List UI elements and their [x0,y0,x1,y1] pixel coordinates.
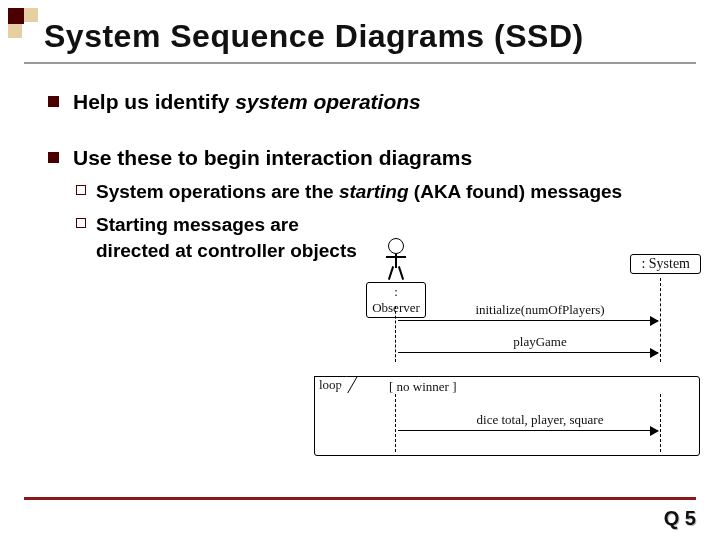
sequence-diagram: : Observer : System initialize(numOfPlay… [310,234,705,489]
lifeline-system [660,278,661,362]
arrow-icon [398,430,658,431]
bullet-1-emph: system operations [235,90,421,113]
loop-guard: [ no winner ] [389,379,457,395]
message-2: playGame [460,334,620,350]
actor-figure: : Observer [366,238,426,318]
footer-page-ref: Q 5 [664,507,696,530]
lifeline-actor [395,306,396,362]
actor-label: : Observer [366,282,426,318]
system-label: : System [630,254,701,274]
bullet-outline-icon [76,218,86,228]
sub1-post: (AKA found) messages [409,181,623,202]
slide: System Sequence Diagrams (SSD) Help us i… [0,0,720,540]
sub-bullet-1: System operations are the starting (AKA … [76,179,692,205]
bullet-square-icon [48,96,59,107]
title-underline [24,62,696,64]
message-3: dice total, player, square [420,412,660,428]
footer-rule [24,497,696,500]
bullet-2-text: Use these to begin interaction diagrams [73,144,472,172]
bullet-1-text: Help us identify system operations [73,88,421,116]
bullet-1-pre: Help us identify [73,90,235,113]
loop-tab: loop [314,376,348,393]
sub1-pre: System operations are the [96,181,339,202]
sub-bullet-1-text: System operations are the starting (AKA … [96,179,622,205]
bullet-1: Help us identify system operations [48,88,692,116]
corner-decoration [8,8,38,38]
message-1: initialize(numOfPlayers) [440,302,640,318]
arrow-icon [398,352,658,353]
slide-title: System Sequence Diagrams (SSD) [44,18,696,55]
arrow-icon [398,320,658,321]
sub1-emph: starting [339,181,409,202]
bullet-2: Use these to begin interaction diagrams [48,144,692,172]
bullet-outline-icon [76,185,86,195]
stick-figure-icon [388,238,404,254]
bullet-square-icon [48,152,59,163]
